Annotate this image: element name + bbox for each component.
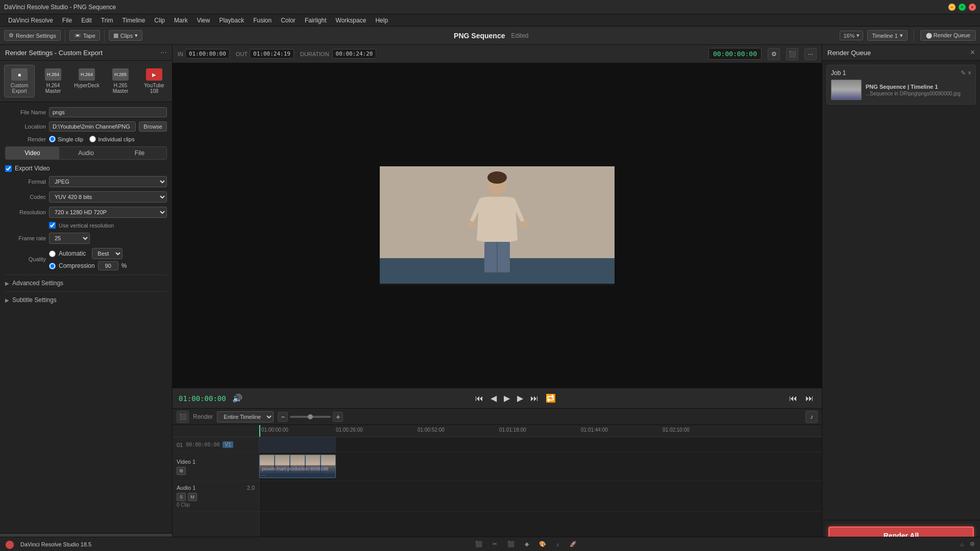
menu-davinci-resolve[interactable]: DaVinci Resolve (4, 16, 57, 25)
job-edit-btn[interactable]: ✎ (961, 69, 966, 77)
viewer-options-btn[interactable]: ··· (804, 48, 817, 60)
advanced-settings-label: Advanced Settings (12, 280, 63, 287)
menu-clip[interactable]: Clip (150, 16, 169, 25)
format-select[interactable]: JPEG (49, 176, 167, 187)
zoom-controls: − + (278, 412, 343, 422)
menu-trim[interactable]: Trim (97, 16, 117, 25)
quality-compression-radio[interactable] (49, 263, 56, 269)
step-back-btn[interactable]: ◀ (488, 392, 499, 404)
status-cut-btn[interactable]: ⬛ (507, 541, 514, 547)
render-range-select[interactable]: Entire Timeline (217, 411, 274, 422)
a1-controls: Audio 1 2.0 S M 0 Clip (173, 481, 259, 512)
status-fairlight-btn[interactable]: ♪ (556, 541, 559, 547)
selected-region (259, 437, 336, 453)
timeline-tracks-body[interactable]: 01:00:00:00 01:00:26:00 01:00:52:00 01:0… (259, 425, 822, 551)
status-color-btn[interactable]: 🎨 (539, 541, 546, 547)
menu-fairlight[interactable]: Fairlight (301, 16, 331, 25)
job-list: Job 1 ✎ × PNG Sequence | Timeline 1 ...S… (822, 61, 980, 520)
location-input[interactable] (49, 121, 136, 132)
file-name-row: File Name (5, 107, 167, 117)
preset-h264-master[interactable]: H.264 H.264 Master (38, 65, 68, 97)
zoom-in-btn[interactable]: + (333, 412, 343, 422)
a1-mute-btn[interactable]: M (188, 493, 197, 501)
advanced-settings-header[interactable]: ▶ Advanced Settings (5, 278, 167, 288)
render-queue-btn[interactable]: ⬤ Render Queue (920, 30, 976, 41)
status-home-btn[interactable]: ⌂ (960, 541, 964, 547)
ruler-mark-1: 01:00:26:00 (336, 427, 363, 433)
close-button[interactable]: × (969, 4, 976, 11)
individual-clips-radio[interactable] (89, 136, 96, 142)
job-header: Job 1 ✎ × (831, 69, 971, 77)
preset-youtube[interactable]: ▶ YouTube 108 (139, 65, 169, 97)
single-clip-radio[interactable] (49, 136, 56, 142)
clip-start-btn[interactable]: ⏮ (787, 393, 799, 404)
menu-color[interactable]: Color (277, 16, 300, 25)
menu-view[interactable]: View (193, 16, 214, 25)
menu-edit[interactable]: Edit (77, 16, 96, 25)
individual-clips-option[interactable]: Individual clips (89, 136, 135, 142)
browse-button[interactable]: Browse (139, 121, 167, 132)
dual-viewer-btn[interactable]: ⬛ (786, 48, 798, 60)
menu-mark[interactable]: Mark (170, 16, 192, 25)
zoom-out-btn[interactable]: − (278, 412, 288, 422)
tab-audio[interactable]: Audio (59, 147, 113, 159)
zoom-level-btn[interactable]: 16% ▾ (840, 31, 863, 40)
timeline-link-btn[interactable]: ⬛ (177, 411, 189, 423)
render-queue-close-btn[interactable]: × (970, 48, 975, 57)
menu-help[interactable]: Help (371, 16, 392, 25)
job-delete-btn[interactable]: × (968, 69, 971, 77)
status-media-btn[interactable]: ⬛ (475, 541, 482, 547)
clip-end-btn[interactable]: ⏭ (803, 393, 816, 404)
vertical-res-checkbox[interactable] (49, 222, 56, 229)
file-name-input[interactable] (49, 107, 167, 117)
resolution-select[interactable]: 720 x 1280 HD 720P (49, 207, 167, 218)
timeline-select-btn[interactable]: Timeline 1 ▾ (867, 30, 907, 41)
menu-workspace[interactable]: Workspace (332, 16, 371, 25)
maximize-button[interactable]: + (959, 4, 966, 11)
status-settings-btn[interactable]: ⚙ (970, 541, 975, 547)
quality-best-select[interactable]: Best (92, 248, 122, 259)
go-to-end-btn[interactable]: ⏭ (528, 393, 541, 404)
loop-btn[interactable]: 🔁 (544, 392, 558, 404)
codec-row: Codec YUV 420 8 bits (5, 191, 167, 203)
render-settings-btn[interactable]: ⚙ Render Settings (4, 30, 61, 41)
video-clip-1[interactable]: pexels-mart-production-9558198 ... (259, 455, 336, 478)
zoom-slider[interactable] (290, 416, 331, 418)
render-queue-panel: Render Queue × Job 1 ✎ × PNG Sequence | … (822, 45, 980, 551)
tape-btn[interactable]: 📼 Tape (69, 30, 100, 41)
timecode-options-btn[interactable]: ⚙ (768, 48, 780, 60)
menu-timeline[interactable]: Timeline (118, 16, 149, 25)
quality-automatic-radio[interactable] (49, 251, 56, 257)
panel-options-btn[interactable]: ··· (160, 48, 167, 57)
export-video-checkbox[interactable] (5, 165, 12, 172)
preset-custom-export[interactable]: ■ Custom Export (4, 65, 35, 97)
play-btn[interactable]: ▶ (502, 392, 512, 404)
job-subtitle: ...Sequence in DR\png\pngs00090000.jpg (866, 91, 971, 96)
volume-btn[interactable]: 🔊 (230, 392, 244, 404)
minimize-button[interactable]: − (948, 4, 955, 11)
preset-h265-master[interactable]: H.265 H.265 Master (105, 65, 136, 97)
play-forward-btn[interactable]: ▶ (515, 392, 525, 404)
tab-file[interactable]: File (113, 147, 166, 159)
window-controls[interactable]: − + × (948, 4, 976, 11)
status-fusion-btn[interactable]: ◆ (525, 541, 529, 547)
preset-hyperdeck[interactable]: H.264 HyperDeck (71, 65, 102, 97)
location-label: Location (5, 123, 46, 130)
frame-rate-select[interactable]: 25 (49, 233, 90, 244)
compression-value-input[interactable] (98, 261, 118, 270)
status-edit-btn[interactable]: ✂ (493, 541, 497, 547)
v1-settings-btn[interactable]: ⚙ (177, 467, 186, 475)
go-to-start-btn[interactable]: ⏮ (473, 393, 485, 404)
menu-playback[interactable]: Playback (215, 16, 248, 25)
single-clip-option[interactable]: Single clip (49, 136, 83, 142)
subtitle-settings-header[interactable]: ▶ Subtitle Settings (5, 295, 167, 305)
menu-file[interactable]: File (58, 16, 76, 25)
audio-waveform-btn[interactable]: ♪ (805, 411, 818, 423)
menu-fusion[interactable]: Fusion (249, 16, 276, 25)
codec-select[interactable]: YUV 420 8 bits (49, 191, 167, 203)
clips-btn[interactable]: ▦ Clips ▾ (109, 30, 142, 41)
status-deliver-btn[interactable]: 🚀 (570, 541, 577, 547)
tab-video[interactable]: Video (6, 147, 59, 159)
a1-solo-btn[interactable]: S (177, 493, 186, 501)
vertical-res-row: Use vertical resolution (49, 222, 167, 229)
